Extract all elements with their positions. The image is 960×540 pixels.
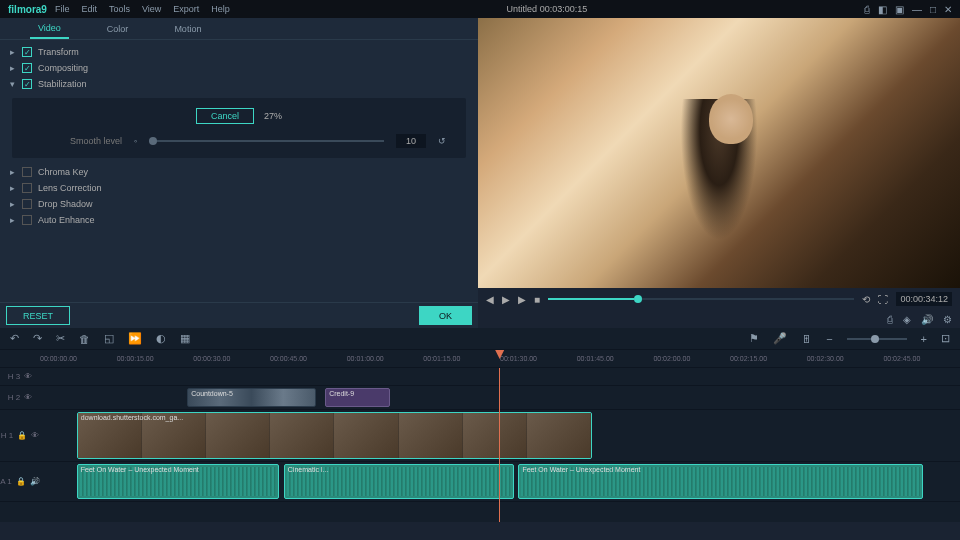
clip-audio-3[interactable]: Feet On Water – Unexpected Moment (518, 464, 923, 499)
preview-viewport[interactable] (478, 18, 960, 288)
ruler-tick: 00:02:30.00 (807, 355, 884, 362)
delete-icon[interactable]: 🗑 (79, 333, 90, 345)
preview-panel: ◀ ▶ ▶ ■ ⟲ ⛶ 00:00:34:12 ⎙ ◈ 🔊 ⚙ (478, 18, 960, 328)
zoom-in-icon[interactable]: + (921, 333, 927, 345)
slider-thumb[interactable] (149, 137, 157, 145)
checkbox-shadow[interactable] (22, 199, 32, 209)
visibility-icon[interactable]: 👁 (24, 372, 32, 381)
panel-tabs: Video Color Motion (0, 18, 478, 40)
mic-icon[interactable]: 🎤 (773, 332, 787, 345)
layout-icon[interactable]: ◧ (878, 4, 887, 15)
clip-audio-1[interactable]: Feet On Water – Unexpected Moment (77, 464, 279, 499)
prop-stabilization[interactable]: ▾ Stabilization (0, 76, 478, 92)
track-header: A 1 🔒 🔊 (0, 477, 40, 486)
redo-icon[interactable]: ↷ (33, 332, 42, 345)
smooth-value[interactable]: 10 (396, 134, 426, 148)
crop-icon[interactable]: ◱ (104, 332, 114, 345)
maximize-icon[interactable]: □ (930, 4, 936, 15)
tab-video[interactable]: Video (30, 19, 69, 39)
smooth-level-label: Smooth level (32, 136, 122, 146)
lock-icon[interactable]: 🔒 (17, 431, 27, 440)
seek-fill (548, 298, 634, 300)
chevron-right-icon[interactable]: ▸ (10, 167, 22, 177)
marker-icon[interactable]: ◈ (903, 314, 911, 325)
menu-file[interactable]: File (55, 4, 70, 14)
prop-drop-shadow[interactable]: ▸ Drop Shadow (0, 196, 478, 212)
settings-icon[interactable]: ▣ (895, 4, 904, 15)
clip-countdown[interactable]: Countdown-5 (187, 388, 316, 407)
volume-icon[interactable]: 🔊 (921, 314, 933, 325)
clip-label: Credit-9 (329, 390, 354, 397)
clip-audio-2[interactable]: Cinematic I... (284, 464, 514, 499)
stop-icon[interactable]: ■ (534, 294, 540, 305)
close-icon[interactable]: ✕ (944, 4, 952, 15)
clip-credit[interactable]: Credit-9 (325, 388, 389, 407)
ruler-tick: 00:00:30.00 (193, 355, 270, 362)
chevron-right-icon[interactable]: ▸ (10, 183, 22, 193)
checkbox-enhance[interactable] (22, 215, 32, 225)
stabilization-progress: Cancel 27% (32, 108, 446, 124)
zoom-thumb[interactable] (871, 335, 879, 343)
menu-tools[interactable]: Tools (109, 4, 130, 14)
menu-edit[interactable]: Edit (81, 4, 97, 14)
color-icon[interactable]: ◐ (156, 332, 166, 345)
menu-view[interactable]: View (142, 4, 161, 14)
playhead[interactable] (499, 368, 500, 522)
checkbox-transform[interactable] (22, 47, 32, 57)
loop-icon[interactable]: ⟲ (862, 294, 870, 305)
zoom-out-icon[interactable]: − (826, 333, 832, 345)
track-header: H 1 🔒 👁 (0, 431, 40, 440)
save-icon[interactable]: ⎙ (864, 4, 870, 15)
speed-icon[interactable]: ⏩ (128, 332, 142, 345)
prev-frame-icon[interactable]: ◀ (486, 294, 494, 305)
menu-export[interactable]: Export (173, 4, 199, 14)
prop-compositing[interactable]: ▸ Compositing (0, 60, 478, 76)
track-label: A 1 (0, 477, 12, 486)
cut-icon[interactable]: ✂ (56, 332, 65, 345)
clip-main-video[interactable]: download.shutterstock.com_ga... (77, 412, 592, 459)
ruler-tick: 00:01:45.00 (577, 355, 654, 362)
tab-color[interactable]: Color (99, 20, 137, 38)
cancel-button[interactable]: Cancel (196, 108, 254, 124)
green-screen-icon[interactable]: ▦ (180, 332, 190, 345)
checkbox-lens[interactable] (22, 183, 32, 193)
lock-icon[interactable]: 🔒 (16, 477, 26, 486)
quality-icon[interactable]: ⚙ (943, 314, 952, 325)
fullscreen-icon[interactable]: ⛶ (878, 294, 888, 305)
tab-motion[interactable]: Motion (166, 20, 209, 38)
menu-help[interactable]: Help (211, 4, 230, 14)
ok-button[interactable]: OK (419, 306, 472, 325)
checkbox-stabilization[interactable] (22, 79, 32, 89)
seek-thumb[interactable] (634, 295, 642, 303)
timeline-ruler[interactable]: 00:00:00.00 00:00:15.00 00:00:30.00 00:0… (0, 350, 960, 368)
mixer-icon[interactable]: 🎚 (801, 333, 812, 345)
track-header: H 3 👁 (0, 372, 40, 381)
reset-button[interactable]: RESET (6, 306, 70, 325)
prop-chroma-key[interactable]: ▸ Chroma Key (0, 164, 478, 180)
smooth-slider[interactable] (149, 140, 384, 142)
checkbox-compositing[interactable] (22, 63, 32, 73)
next-frame-icon[interactable]: ▶ (518, 294, 526, 305)
play-icon[interactable]: ▶ (502, 294, 510, 305)
prop-lens-correction[interactable]: ▸ Lens Correction (0, 180, 478, 196)
handle-icon[interactable]: ◦ (134, 136, 137, 146)
mute-icon[interactable]: 🔊 (30, 477, 40, 486)
seek-bar[interactable] (548, 298, 854, 300)
undo-icon[interactable]: ↶ (10, 332, 19, 345)
minimize-icon[interactable]: — (912, 4, 922, 15)
visibility-icon[interactable]: 👁 (24, 393, 32, 402)
chevron-right-icon[interactable]: ▸ (10, 199, 22, 209)
chevron-right-icon[interactable]: ▸ (10, 215, 22, 225)
zoom-fit-icon[interactable]: ⊡ (941, 332, 950, 345)
visibility-icon[interactable]: 👁 (31, 431, 39, 440)
prop-auto-enhance[interactable]: ▸ Auto Enhance (0, 212, 478, 228)
snapshot-icon[interactable]: ⎙ (887, 314, 893, 325)
chevron-down-icon[interactable]: ▾ (10, 79, 22, 89)
reset-icon[interactable]: ↺ (438, 136, 446, 146)
marker-add-icon[interactable]: ⚑ (749, 332, 759, 345)
zoom-slider[interactable] (847, 338, 907, 340)
chevron-right-icon[interactable]: ▸ (10, 47, 22, 57)
chevron-right-icon[interactable]: ▸ (10, 63, 22, 73)
checkbox-chroma[interactable] (22, 167, 32, 177)
prop-transform[interactable]: ▸ Transform (0, 44, 478, 60)
